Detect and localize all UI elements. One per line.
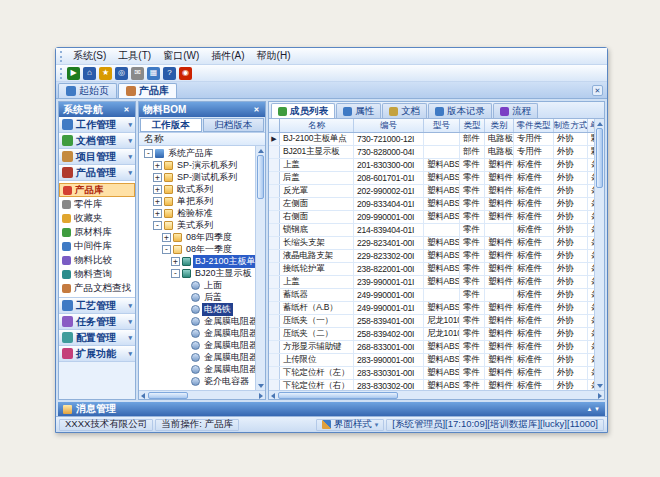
sidebar-item-material-compare[interactable]: 物料比较 — [59, 253, 135, 267]
tab-properties[interactable]: 属性 — [336, 103, 381, 118]
tree-node[interactable]: 金属膜电阻器 — [139, 351, 255, 363]
horizontal-scrollbar[interactable] — [139, 390, 265, 399]
table-row[interactable]: BJ-2100主板单点 730-721000-12I 部件 电路板 专用件 外协… — [269, 133, 594, 146]
sidebar-section-project[interactable]: 项目管理 — [59, 149, 135, 165]
scroll-left-icon[interactable] — [270, 392, 277, 399]
sidebar-section-process[interactable]: 工艺管理 — [59, 298, 135, 314]
table-row[interactable]: 压纸夹（二） 258-839402-00I 尼龙1010 零件 塑料件 标准件 … — [269, 328, 594, 341]
help-icon[interactable]: ? — [163, 67, 176, 80]
column-header[interactable]: 制造方式 — [554, 119, 588, 132]
tree-node[interactable]: 金属膜电阻器 — [139, 327, 255, 339]
tree-node[interactable]: + 单把系列 — [139, 195, 255, 207]
tree-node[interactable]: - 系统产品库 — [139, 147, 255, 159]
toolbar-grip[interactable] — [60, 51, 63, 62]
column-header[interactable]: 零件类型 — [514, 119, 554, 132]
sidebar-item-intermediate-library[interactable]: 中间件库 — [59, 239, 135, 253]
row-selector[interactable] — [269, 250, 280, 262]
tree-node[interactable]: + 欧式系列 — [139, 183, 255, 195]
table-row[interactable]: 后盖 208-601701-01I 塑料ABS 零件 塑料件 标准件 外协 条 — [269, 172, 594, 185]
exit-icon[interactable]: ◉ — [179, 67, 192, 80]
tree-node[interactable]: 瓷介电容器 — [139, 375, 255, 387]
row-selector[interactable] — [269, 263, 280, 275]
menu-plugins[interactable]: 插件(A) — [205, 48, 250, 64]
tree-node[interactable]: - BJ20主显示板 — [139, 267, 255, 279]
row-selector[interactable] — [269, 302, 280, 314]
row-selector[interactable] — [269, 315, 280, 327]
sidebar-section-document[interactable]: 文档管理 — [59, 133, 135, 149]
scroll-left-icon[interactable] — [140, 392, 147, 399]
row-selector[interactable] — [269, 380, 280, 390]
tree-toggle-icon[interactable]: - — [153, 221, 162, 230]
tree-toggle-icon[interactable]: - — [171, 269, 180, 278]
column-header[interactable]: 名称 — [280, 119, 354, 132]
menu-window[interactable]: 窗口(W) — [157, 48, 205, 64]
table-row[interactable]: 反光罩 202-990002-01I 塑料ABS 零件 塑料件 标准件 外协 条 — [269, 185, 594, 198]
table-row[interactable]: 液晶电路支架 229-823302-00I 塑料ABS 零件 塑料件 标准件 外… — [269, 250, 594, 263]
column-header[interactable]: 类型 — [460, 119, 485, 132]
grid-icon[interactable]: ▦ — [147, 67, 160, 80]
row-selector[interactable] — [269, 224, 280, 236]
table-row[interactable]: 长缩头支架 229-823401-00I 塑料ABS 零件 塑料件 标准件 外协… — [269, 237, 594, 250]
table-row[interactable]: 压纸夹（一） 258-839401-00I 尼龙1010 零件 塑料件 标准件 … — [269, 315, 594, 328]
scroll-thumb[interactable] — [148, 392, 188, 399]
menu-system[interactable]: 系统(S) — [67, 48, 112, 64]
row-selector[interactable] — [269, 237, 280, 249]
row-selector[interactable] — [269, 159, 280, 171]
scroll-right-icon[interactable] — [257, 392, 264, 399]
tab-workflow[interactable]: 流程 — [493, 103, 538, 118]
row-selector[interactable] — [269, 289, 280, 301]
sidebar-section-extension[interactable]: 扩展功能 — [59, 346, 135, 362]
scroll-thumb[interactable] — [596, 128, 603, 188]
tab-product-library[interactable]: 产品库 — [118, 83, 177, 98]
scroll-up-icon[interactable] — [257, 147, 264, 154]
scroll-down-icon[interactable] — [596, 382, 603, 389]
tab-start-page[interactable]: 起始页 — [58, 83, 117, 98]
sidebar-item-product-library[interactable]: 产品库 — [59, 183, 135, 197]
tree-column-header[interactable]: 名称 — [139, 133, 265, 146]
menu-help[interactable]: 帮助(H) — [251, 48, 297, 64]
tree-toggle-icon[interactable]: + — [153, 197, 162, 206]
tree-toggle-icon[interactable]: + — [162, 233, 171, 242]
vertical-scrollbar[interactable] — [255, 146, 265, 390]
close-tab-icon[interactable] — [592, 85, 603, 96]
table-row[interactable]: 锁钢底 214-839404-01I 零件 标准件 外协 条 — [269, 224, 594, 237]
favorites-icon[interactable]: ★ — [99, 67, 112, 80]
row-selector[interactable] — [269, 146, 280, 158]
ui-style-dropdown[interactable]: 界面样式 — [316, 419, 385, 431]
column-header[interactable]: 类别 — [485, 119, 514, 132]
tree-toggle-icon[interactable]: + — [153, 161, 162, 170]
vertical-scrollbar[interactable] — [594, 119, 604, 390]
row-selector[interactable] — [269, 354, 280, 366]
scroll-down-icon[interactable] — [257, 382, 264, 389]
tree-toggle-icon[interactable]: + — [171, 257, 180, 266]
search-icon[interactable]: ◎ — [115, 67, 128, 80]
home-icon[interactable]: ⌂ — [83, 67, 96, 80]
table-row[interactable]: 上盖 239-990001-01I 塑料ABS 零件 塑料件 标准件 外协 条 — [269, 276, 594, 289]
close-icon[interactable] — [122, 105, 131, 114]
row-selector[interactable] — [269, 198, 280, 210]
tree-node[interactable]: + 08年四季度 — [139, 231, 255, 243]
row-selector[interactable] — [269, 367, 280, 379]
sidebar-item-product-doc-search[interactable]: 产品文档查找 — [59, 281, 135, 295]
bom-tab-working-version[interactable]: 工作版本 — [140, 118, 202, 132]
row-selector[interactable] — [269, 133, 280, 145]
table-row[interactable]: 右侧面 209-990001-00I 塑料ABS 零件 塑料件 标准件 外协 条 — [269, 211, 594, 224]
tree-node[interactable]: 金属膜电阻器 — [139, 315, 255, 327]
table-row[interactable]: 上传限位 283-990001-00I 塑料ABS 零件 塑料件 标准件 外协 … — [269, 354, 594, 367]
tree-node[interactable]: 金属膜电阻器 — [139, 339, 255, 351]
row-selector[interactable] — [269, 341, 280, 353]
sidebar-section-config[interactable]: 配置管理 — [59, 330, 135, 346]
scroll-right-icon[interactable] — [596, 392, 603, 399]
tree-node[interactable]: - 08年一季度 — [139, 243, 255, 255]
scroll-up-icon[interactable] — [596, 120, 603, 127]
tab-documents[interactable]: 文档 — [382, 103, 427, 118]
message-panel-header[interactable]: 消息管理 — [58, 402, 605, 416]
scroll-thumb[interactable] — [257, 155, 264, 199]
table-row[interactable]: 方形显示辅助键 268-833001-00I 塑料ABS 零件 塑料件 标准件 … — [269, 341, 594, 354]
close-icon[interactable] — [252, 105, 261, 114]
sidebar-section-task[interactable]: 任务管理 — [59, 314, 135, 330]
menu-tools[interactable]: 工具(T) — [112, 48, 157, 64]
table-row[interactable]: 下轮定位杆（左） 283-830301-00I 塑料ABS 零件 塑料件 标准件… — [269, 367, 594, 380]
tree-node[interactable]: - 美式系列 — [139, 219, 255, 231]
sidebar-section-work[interactable]: 工作管理 — [59, 117, 135, 133]
